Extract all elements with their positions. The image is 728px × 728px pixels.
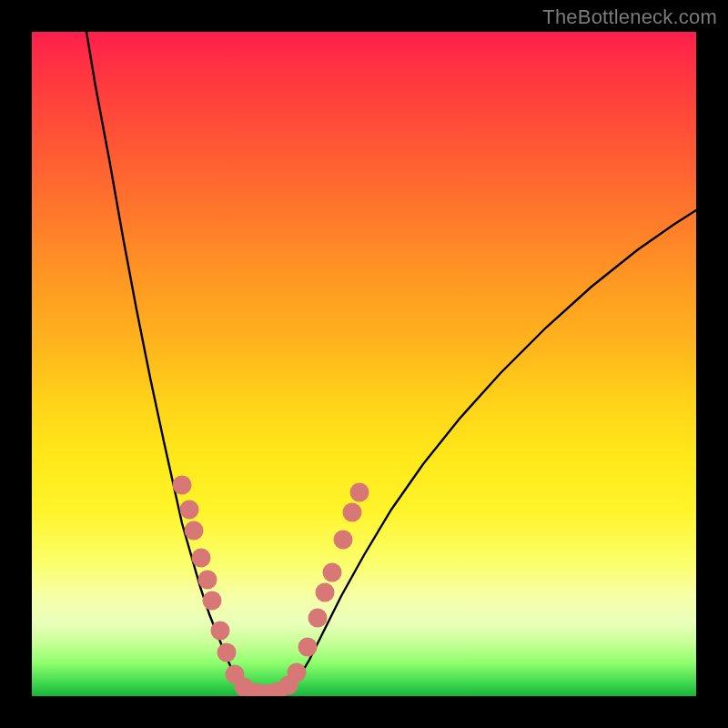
data-dot bbox=[217, 643, 237, 662]
data-dot bbox=[198, 571, 217, 590]
data-dot bbox=[173, 476, 192, 495]
plot-area bbox=[32, 32, 696, 696]
data-dot bbox=[316, 583, 335, 602]
data-dot bbox=[350, 483, 369, 502]
chart-frame: TheBottleneck.com bbox=[0, 0, 728, 728]
curve-group bbox=[86, 32, 696, 694]
curve-layer bbox=[32, 32, 696, 696]
data-dot bbox=[298, 638, 318, 657]
data-dot bbox=[334, 531, 353, 550]
data-dot bbox=[308, 609, 328, 628]
data-dot bbox=[211, 622, 230, 641]
watermark-text: TheBottleneck.com bbox=[542, 5, 717, 29]
data-dot bbox=[192, 549, 211, 568]
data-dot bbox=[323, 563, 342, 582]
data-dot bbox=[288, 663, 307, 682]
data-dot bbox=[180, 500, 199, 520]
data-dot bbox=[185, 521, 204, 541]
data-dot bbox=[203, 592, 222, 611]
data-dot bbox=[343, 503, 362, 522]
dot-group bbox=[173, 476, 369, 697]
bottleneck-curve bbox=[86, 32, 696, 694]
